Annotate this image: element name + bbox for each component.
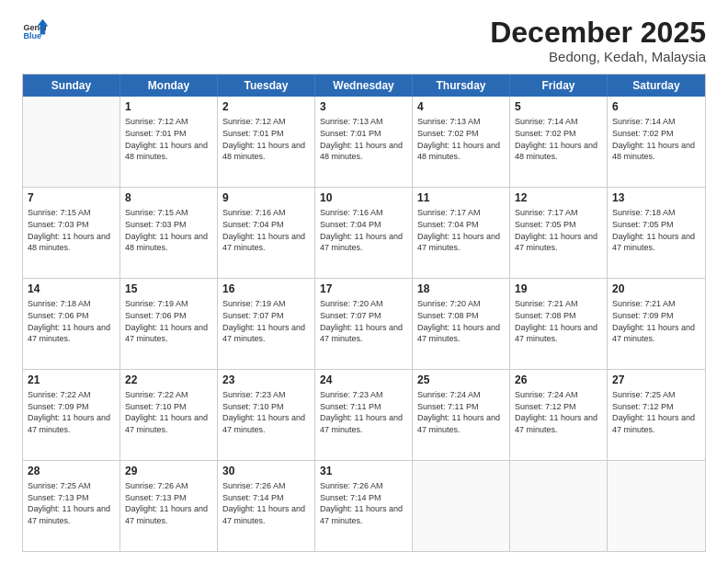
cell-info: Sunrise: 7:25 AM Sunset: 7:13 PM Dayligh…	[28, 480, 115, 526]
cell-info: Sunrise: 7:21 AM Sunset: 7:08 PM Dayligh…	[515, 298, 602, 344]
cell-info: Sunrise: 7:24 AM Sunset: 7:12 PM Dayligh…	[515, 389, 602, 435]
cell-info: Sunrise: 7:26 AM Sunset: 7:14 PM Dayligh…	[320, 480, 407, 526]
calendar-cell: 10Sunrise: 7:16 AM Sunset: 7:04 PM Dayli…	[315, 188, 413, 278]
cell-info: Sunrise: 7:20 AM Sunset: 7:07 PM Dayligh…	[320, 298, 407, 344]
cell-info: Sunrise: 7:13 AM Sunset: 7:01 PM Dayligh…	[320, 116, 407, 162]
cell-info: Sunrise: 7:19 AM Sunset: 7:07 PM Dayligh…	[222, 298, 310, 344]
cell-info: Sunrise: 7:15 AM Sunset: 7:03 PM Dayligh…	[28, 207, 115, 253]
calendar: SundayMondayTuesdayWednesdayThursdayFrid…	[22, 74, 706, 552]
cell-info: Sunrise: 7:13 AM Sunset: 7:02 PM Dayligh…	[417, 116, 505, 162]
cell-info: Sunrise: 7:14 AM Sunset: 7:02 PM Dayligh…	[515, 116, 602, 162]
logo: General Blue	[22, 17, 51, 42]
cell-info: Sunrise: 7:26 AM Sunset: 7:14 PM Dayligh…	[222, 480, 310, 526]
day-number: 25	[417, 373, 505, 387]
calendar-cell: 9Sunrise: 7:16 AM Sunset: 7:04 PM Daylig…	[218, 188, 315, 278]
day-number: 20	[612, 282, 700, 296]
calendar-cell	[23, 97, 120, 187]
day-number: 2	[222, 99, 310, 114]
day-number: 26	[515, 373, 602, 387]
cell-info: Sunrise: 7:16 AM Sunset: 7:04 PM Dayligh…	[222, 207, 310, 253]
calendar-cell: 21Sunrise: 7:22 AM Sunset: 7:09 PM Dayli…	[23, 370, 120, 460]
day-number: 6	[612, 99, 700, 114]
calendar-cell: 16Sunrise: 7:19 AM Sunset: 7:07 PM Dayli…	[218, 279, 315, 369]
cell-info: Sunrise: 7:22 AM Sunset: 7:09 PM Dayligh…	[28, 389, 115, 435]
day-number: 4	[417, 99, 505, 114]
calendar-cell: 22Sunrise: 7:22 AM Sunset: 7:10 PM Dayli…	[120, 370, 218, 460]
day-number: 5	[515, 99, 602, 114]
calendar-row: 7Sunrise: 7:15 AM Sunset: 7:03 PM Daylig…	[23, 187, 705, 278]
calendar-cell: 19Sunrise: 7:21 AM Sunset: 7:08 PM Dayli…	[510, 279, 608, 369]
cell-info: Sunrise: 7:21 AM Sunset: 7:09 PM Dayligh…	[612, 298, 700, 344]
calendar-cell	[413, 461, 510, 551]
cell-info: Sunrise: 7:12 AM Sunset: 7:01 PM Dayligh…	[222, 116, 310, 162]
calendar-row: 28Sunrise: 7:25 AM Sunset: 7:13 PM Dayli…	[23, 460, 705, 551]
calendar-cell: 13Sunrise: 7:18 AM Sunset: 7:05 PM Dayli…	[608, 188, 705, 278]
day-number: 15	[125, 282, 212, 296]
day-number: 11	[417, 190, 505, 205]
calendar-cell: 4Sunrise: 7:13 AM Sunset: 7:02 PM Daylig…	[413, 97, 510, 187]
cell-info: Sunrise: 7:12 AM Sunset: 7:01 PM Dayligh…	[125, 116, 212, 162]
day-number: 17	[320, 282, 407, 296]
calendar-cell: 29Sunrise: 7:26 AM Sunset: 7:13 PM Dayli…	[120, 461, 218, 551]
calendar-cell: 24Sunrise: 7:23 AM Sunset: 7:11 PM Dayli…	[315, 370, 413, 460]
calendar-row: 21Sunrise: 7:22 AM Sunset: 7:09 PM Dayli…	[23, 369, 705, 460]
cell-info: Sunrise: 7:14 AM Sunset: 7:02 PM Dayligh…	[612, 116, 700, 162]
day-header-tuesday: Tuesday	[218, 75, 315, 97]
cell-info: Sunrise: 7:18 AM Sunset: 7:06 PM Dayligh…	[28, 298, 115, 344]
title-block: December 2025 Bedong, Kedah, Malaysia	[490, 17, 706, 64]
day-number: 13	[612, 190, 700, 205]
cell-info: Sunrise: 7:19 AM Sunset: 7:06 PM Dayligh…	[125, 298, 212, 344]
calendar-cell: 7Sunrise: 7:15 AM Sunset: 7:03 PM Daylig…	[23, 188, 120, 278]
calendar-header: SundayMondayTuesdayWednesdayThursdayFrid…	[23, 75, 705, 97]
logo-icon: General Blue	[22, 17, 48, 42]
day-number: 3	[320, 99, 407, 114]
calendar-cell: 31Sunrise: 7:26 AM Sunset: 7:14 PM Dayli…	[315, 461, 413, 551]
calendar-cell: 11Sunrise: 7:17 AM Sunset: 7:04 PM Dayli…	[413, 188, 510, 278]
month-title: December 2025	[490, 17, 706, 49]
day-number: 23	[222, 373, 310, 387]
calendar-cell: 15Sunrise: 7:19 AM Sunset: 7:06 PM Dayli…	[120, 279, 218, 369]
day-number: 18	[417, 282, 505, 296]
header: General Blue December 2025 Bedong, Kedah…	[22, 17, 706, 64]
day-header-saturday: Saturday	[608, 75, 705, 97]
cell-info: Sunrise: 7:24 AM Sunset: 7:11 PM Dayligh…	[417, 389, 505, 435]
calendar-cell: 12Sunrise: 7:17 AM Sunset: 7:05 PM Dayli…	[510, 188, 608, 278]
day-number: 22	[125, 373, 212, 387]
day-number: 7	[28, 190, 115, 205]
page: General Blue December 2025 Bedong, Kedah…	[0, 0, 728, 563]
calendar-cell: 30Sunrise: 7:26 AM Sunset: 7:14 PM Dayli…	[218, 461, 315, 551]
location: Bedong, Kedah, Malaysia	[490, 49, 706, 64]
day-number: 27	[612, 373, 700, 387]
calendar-row: 14Sunrise: 7:18 AM Sunset: 7:06 PM Dayli…	[23, 278, 705, 369]
day-number: 28	[28, 464, 115, 478]
cell-info: Sunrise: 7:23 AM Sunset: 7:10 PM Dayligh…	[222, 389, 310, 435]
day-header-friday: Friday	[510, 75, 608, 97]
calendar-cell	[608, 461, 705, 551]
cell-info: Sunrise: 7:23 AM Sunset: 7:11 PM Dayligh…	[320, 389, 407, 435]
cell-info: Sunrise: 7:15 AM Sunset: 7:03 PM Dayligh…	[125, 207, 212, 253]
day-header-monday: Monday	[120, 75, 218, 97]
calendar-cell: 27Sunrise: 7:25 AM Sunset: 7:12 PM Dayli…	[608, 370, 705, 460]
day-number: 16	[222, 282, 310, 296]
calendar-row: 1Sunrise: 7:12 AM Sunset: 7:01 PM Daylig…	[23, 97, 705, 187]
calendar-cell: 6Sunrise: 7:14 AM Sunset: 7:02 PM Daylig…	[608, 97, 705, 187]
day-number: 30	[222, 464, 310, 478]
day-number: 19	[515, 282, 602, 296]
day-number: 10	[320, 190, 407, 205]
cell-info: Sunrise: 7:16 AM Sunset: 7:04 PM Dayligh…	[320, 207, 407, 253]
calendar-cell: 3Sunrise: 7:13 AM Sunset: 7:01 PM Daylig…	[315, 97, 413, 187]
calendar-cell: 26Sunrise: 7:24 AM Sunset: 7:12 PM Dayli…	[510, 370, 608, 460]
calendar-cell: 20Sunrise: 7:21 AM Sunset: 7:09 PM Dayli…	[608, 279, 705, 369]
cell-info: Sunrise: 7:25 AM Sunset: 7:12 PM Dayligh…	[612, 389, 700, 435]
day-number: 12	[515, 190, 602, 205]
calendar-cell: 14Sunrise: 7:18 AM Sunset: 7:06 PM Dayli…	[23, 279, 120, 369]
day-number: 1	[125, 99, 212, 114]
day-number: 14	[28, 282, 115, 296]
cell-info: Sunrise: 7:20 AM Sunset: 7:08 PM Dayligh…	[417, 298, 505, 344]
calendar-cell: 5Sunrise: 7:14 AM Sunset: 7:02 PM Daylig…	[510, 97, 608, 187]
day-number: 31	[320, 464, 407, 478]
day-header-wednesday: Wednesday	[315, 75, 413, 97]
day-number: 29	[125, 464, 212, 478]
calendar-cell: 8Sunrise: 7:15 AM Sunset: 7:03 PM Daylig…	[120, 188, 218, 278]
day-number: 24	[320, 373, 407, 387]
